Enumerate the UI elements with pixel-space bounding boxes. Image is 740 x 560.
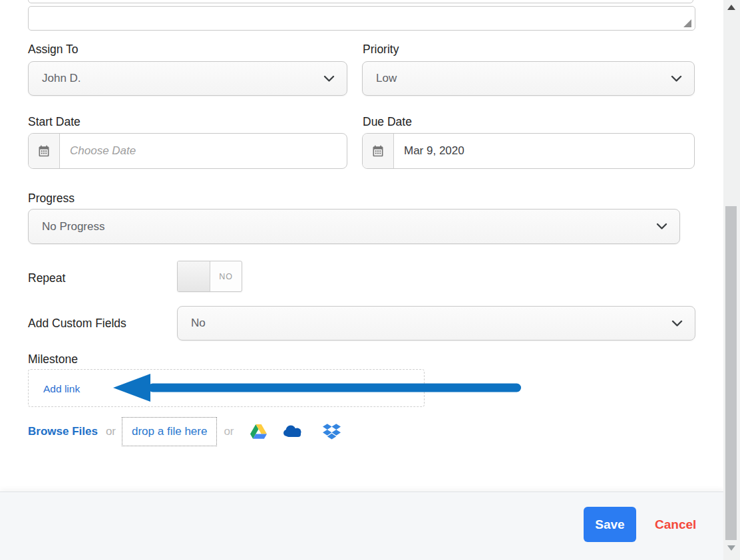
save-button[interactable]: Save <box>584 507 636 542</box>
scrollbar-track[interactable] <box>723 0 740 560</box>
scrollbar-up-icon[interactable] <box>727 5 735 10</box>
drop-file-zone[interactable]: drop a file here <box>122 417 217 446</box>
add-link-button[interactable]: Add link <box>43 383 80 395</box>
cancel-button[interactable]: Cancel <box>655 507 696 542</box>
progress-select[interactable]: No Progress <box>28 209 680 244</box>
assign-to-select[interactable]: John D. <box>28 61 347 96</box>
dropbox-icon[interactable] <box>323 424 341 440</box>
chevron-down-icon <box>323 75 335 82</box>
assign-to-label: Assign To <box>28 42 79 57</box>
milestone-label: Milestone <box>28 352 78 366</box>
due-date-field[interactable]: Mar 9, 2020 <box>362 133 695 169</box>
toggle-knob <box>178 261 210 291</box>
custom-fields-label: Add Custom Fields <box>28 316 126 331</box>
start-date-placeholder: Choose Date <box>60 134 136 168</box>
start-date-label: Start Date <box>28 114 81 129</box>
scrollbar-thumb[interactable] <box>725 206 737 540</box>
assign-to-value: John D. <box>29 72 323 85</box>
or-separator: or <box>224 425 234 438</box>
repeat-toggle-state: NO <box>210 261 242 291</box>
chevron-down-icon <box>671 75 682 82</box>
repeat-label: Repeat <box>28 271 65 285</box>
milestone-dropzone <box>28 369 425 407</box>
or-separator: or <box>106 425 116 438</box>
priority-select[interactable]: Low <box>362 61 695 96</box>
custom-fields-value: No <box>178 317 671 330</box>
scrollbar-down-icon[interactable] <box>727 545 735 551</box>
custom-fields-select[interactable]: No <box>177 306 695 341</box>
drop-file-label: drop a file here <box>132 425 207 438</box>
resize-handle-icon[interactable] <box>683 19 691 27</box>
task-title-input[interactable] <box>28 0 693 3</box>
due-date-label: Due Date <box>363 114 412 129</box>
calendar-icon <box>363 134 394 168</box>
attachments-row: Browse Files or drop a file here or <box>28 416 341 447</box>
description-textarea[interactable] <box>28 6 695 31</box>
chevron-down-icon <box>671 320 683 327</box>
calendar-icon <box>29 134 60 168</box>
repeat-toggle[interactable]: NO <box>177 261 242 292</box>
priority-value: Low <box>363 72 671 85</box>
priority-label: Priority <box>363 42 399 57</box>
due-date-value: Mar 9, 2020 <box>394 134 464 168</box>
progress-label: Progress <box>28 191 75 206</box>
start-date-field[interactable]: Choose Date <box>28 133 347 169</box>
chevron-down-icon <box>656 223 667 230</box>
onedrive-icon[interactable] <box>283 424 305 438</box>
progress-value: No Progress <box>29 220 656 233</box>
google-drive-icon[interactable] <box>250 424 267 439</box>
browse-files-button[interactable]: Browse Files <box>28 425 98 438</box>
